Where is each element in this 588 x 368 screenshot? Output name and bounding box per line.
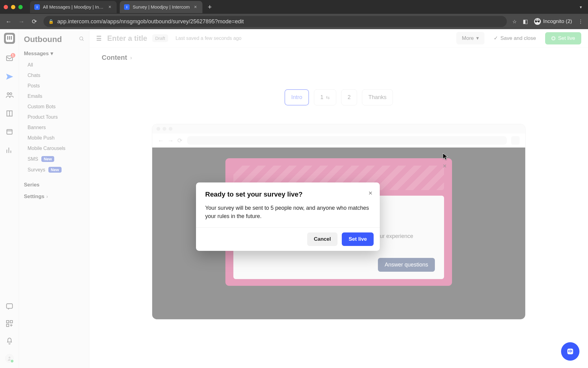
intercom-favicon-icon: i [34,4,40,10]
cancel-button[interactable]: Cancel [307,232,338,246]
tab-title: Survey | Moodjoy | Intercom [133,4,190,10]
modal-body-text: Your survey will be sent to 5 people now… [205,204,371,220]
window-close-icon[interactable] [4,5,8,9]
browser-tab-survey[interactable]: i Survey | Moodjoy | Intercom × [120,1,202,13]
browser-tab-all-messages[interactable]: i All Messages | Moodjoy | Interc × [30,1,117,13]
window-controls[interactable] [4,5,23,9]
page-content: 1 [0,29,588,368]
close-tab-icon[interactable]: × [107,4,112,10]
browser-menu-icon[interactable]: ⋮ [578,19,583,25]
intercom-favicon-icon: i [124,4,130,10]
modal-title: Ready to set your survey live? [205,190,371,198]
url-text: app.intercom.com/a/apps/nnsgmgob/outboun… [57,18,244,25]
svg-rect-15 [568,350,569,352]
new-tab-button[interactable]: + [205,3,214,11]
svg-rect-16 [570,350,571,352]
set-live-confirm-button[interactable]: Set live [342,232,374,246]
tabs-overflow-icon[interactable]: ▾ [580,5,582,10]
browser-reload-button[interactable]: ⟳ [31,18,38,25]
intercom-launcher[interactable] [561,342,579,361]
set-live-modal: Ready to set your survey live? × Your su… [196,182,380,251]
bookmark-star-icon[interactable]: ☆ [512,19,517,25]
sidepanel-icon[interactable]: ◧ [523,18,528,25]
window-zoom-icon[interactable] [18,5,23,9]
incognito-icon: 🕶 [534,18,541,25]
close-tab-icon[interactable]: × [193,4,198,10]
browser-window: i All Messages | Moodjoy | Interc × i Su… [0,0,588,368]
browser-back-button[interactable]: ← [5,18,12,25]
address-bar[interactable]: 🔒 app.intercom.com/a/apps/nnsgmgob/outbo… [43,16,507,27]
incognito-label: Incognito (2) [543,18,572,25]
cursor-icon [443,153,448,160]
lock-icon: 🔒 [48,19,54,24]
close-icon[interactable]: × [368,189,372,197]
svg-rect-17 [571,350,572,352]
tab-title: All Messages | Moodjoy | Interc [43,4,104,10]
incognito-indicator[interactable]: 🕶 Incognito (2) [534,18,572,25]
browser-forward-button[interactable]: → [18,18,25,25]
window-minimize-icon[interactable] [11,5,15,9]
browser-toolbar: ← → ⟳ 🔒 app.intercom.com/a/apps/nnsgmgob… [0,14,588,29]
browser-tab-bar: i All Messages | Moodjoy | Interc × i Su… [0,0,588,14]
